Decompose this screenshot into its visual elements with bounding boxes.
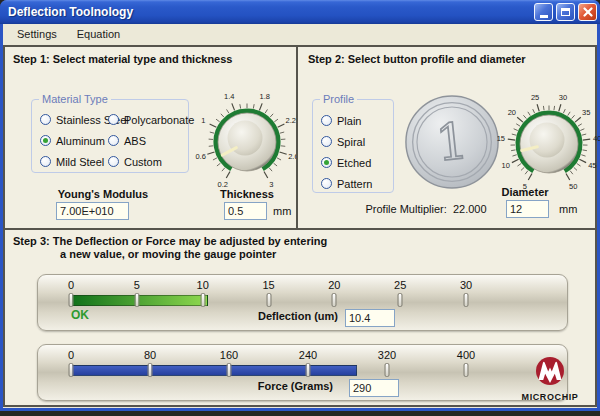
- close-button[interactable]: [578, 3, 597, 21]
- radio-label: ABS: [124, 135, 146, 147]
- gauge-tick-mark: [385, 363, 390, 377]
- knob-tick: [516, 124, 520, 126]
- knob-tick: [274, 119, 278, 122]
- knob-tick: [572, 115, 575, 118]
- radio-label: Mild Steel: [56, 156, 104, 168]
- knob-tick: [578, 124, 582, 126]
- knob-tick: [221, 114, 224, 117]
- close-icon: [583, 7, 593, 17]
- radio-option-polycarbonate[interactable]: Polycarbonate: [108, 109, 194, 130]
- knob-tick: [543, 106, 544, 110]
- knob-tick: [575, 117, 581, 122]
- client-area: Step 1: Select material type and thickne…: [3, 44, 597, 408]
- knob-tick: [570, 171, 573, 175]
- profile-multiplier: Profile Multiplier: 22.000: [346, 203, 506, 215]
- radio-button[interactable]: [321, 157, 332, 168]
- deflection-gauge-scale[interactable]: 051015202530: [71, 275, 466, 332]
- radio-option-custom[interactable]: Custom: [108, 151, 194, 172]
- gauge-tick-label: 240: [299, 349, 317, 361]
- minimize-icon: [540, 15, 548, 18]
- menu-item-settings[interactable]: Settings: [7, 24, 67, 44]
- radio-option-etched[interactable]: Etched: [321, 152, 372, 173]
- gauge-tick-mark: [148, 363, 153, 377]
- force-value-field[interactable]: [349, 379, 399, 397]
- knob-tick-label: 25: [531, 93, 539, 102]
- radio-button[interactable]: [321, 115, 332, 126]
- radio-option-abs[interactable]: ABS: [108, 130, 194, 151]
- knob-tick: [274, 163, 278, 166]
- radio-option-aluminum[interactable]: Aluminum: [40, 130, 108, 151]
- knob-tick-label: 15: [497, 134, 505, 143]
- radio-button[interactable]: [321, 178, 332, 189]
- menu-bar: SettingsEquation: [3, 24, 597, 44]
- radio-button[interactable]: [108, 114, 119, 125]
- radio-button[interactable]: [108, 156, 119, 167]
- knob-tick-label: 40: [593, 134, 600, 143]
- knob-tick: [583, 139, 590, 140]
- knob-tick: [280, 132, 284, 133]
- knob-tick: [264, 171, 268, 177]
- knob-tick: [512, 159, 519, 162]
- profile-multiplier-label: Profile Multiplier:: [365, 203, 446, 215]
- radio-option-mild-steel[interactable]: Mild Steel: [40, 151, 108, 172]
- radio-button[interactable]: [321, 136, 332, 147]
- knob-tick-label: 2.2: [285, 116, 295, 125]
- thickness-unit: mm: [273, 205, 291, 217]
- gauge-tick-mark: [69, 293, 74, 307]
- knob-tick: [533, 109, 535, 113]
- deflection-value-field[interactable]: [345, 309, 395, 327]
- force-gauge-scale[interactable]: 080160240320400: [71, 345, 466, 402]
- gauge-tick-mark: [227, 363, 232, 377]
- knob-tick: [574, 167, 577, 170]
- radio-option-stainless-steel[interactable]: Stainless Steel: [40, 109, 108, 130]
- knob-tick: [582, 150, 586, 151]
- knob-tick-label: 20: [508, 108, 516, 117]
- diameter-field[interactable]: [506, 200, 549, 218]
- radio-option-plain[interactable]: Plain: [321, 110, 372, 131]
- app-window: Deflection Toolnology SettingsEquation S…: [0, 0, 600, 411]
- knob-tick: [577, 164, 581, 167]
- knob-tick: [514, 129, 518, 131]
- knob-tick: [566, 173, 570, 179]
- gauge-tick-label: 80: [144, 349, 156, 361]
- diameter-knob[interactable]: 5101520253035404550: [494, 89, 600, 199]
- gauge-tick-mark: [200, 293, 205, 307]
- title-bar[interactable]: Deflection Toolnology: [0, 0, 600, 24]
- minimize-button[interactable]: [534, 3, 553, 21]
- knob-tick: [579, 159, 586, 162]
- knob-dome: [530, 123, 565, 158]
- diameter-unit: mm: [559, 203, 577, 215]
- gauge-tick-label: 20: [328, 279, 340, 291]
- radio-option-pattern[interactable]: Pattern: [321, 173, 372, 194]
- knob-tick: [525, 171, 528, 175]
- radio-label: Pattern: [337, 178, 372, 190]
- knob-tick: [222, 168, 225, 171]
- knob-tick-label: 35: [582, 108, 590, 117]
- profile-options: PlainSpiralEtchedPattern: [321, 110, 372, 194]
- radio-button[interactable]: [40, 156, 51, 167]
- material-type-groupbox: Material Type Stainless SteelPolycarbona…: [31, 99, 189, 173]
- youngs-modulus-field[interactable]: [56, 202, 129, 220]
- force-gauge: 080160240320400 Force (Grams): [37, 344, 568, 401]
- deflection-gauge-pointer-bar[interactable]: [71, 295, 208, 306]
- radio-button[interactable]: [108, 135, 119, 146]
- youngs-modulus-label: Young's Modulus: [33, 188, 173, 200]
- menu-item-equation[interactable]: Equation: [67, 24, 130, 44]
- maximize-button[interactable]: [556, 3, 575, 21]
- gauge-tick-label: 15: [262, 279, 274, 291]
- radio-option-spiral[interactable]: Spiral: [321, 131, 372, 152]
- radio-button[interactable]: [40, 135, 51, 146]
- radio-label: Spiral: [337, 136, 365, 148]
- knob-tick-label: 10: [501, 161, 509, 170]
- knob-tick: [580, 129, 584, 131]
- deflection-status: OK: [71, 308, 89, 322]
- force-gauge-pointer-bar[interactable]: [71, 365, 357, 376]
- radio-button[interactable]: [40, 114, 51, 125]
- gauge-tick-mark: [464, 293, 469, 307]
- knob-tick: [213, 158, 217, 160]
- gauge-tick-mark: [69, 363, 74, 377]
- knob-tick-label: 0.6: [195, 152, 205, 161]
- thickness-field[interactable]: [224, 202, 267, 220]
- knob-tick: [554, 106, 555, 110]
- thickness-knob[interactable]: 0.20.611.41.82.22.63: [192, 87, 302, 197]
